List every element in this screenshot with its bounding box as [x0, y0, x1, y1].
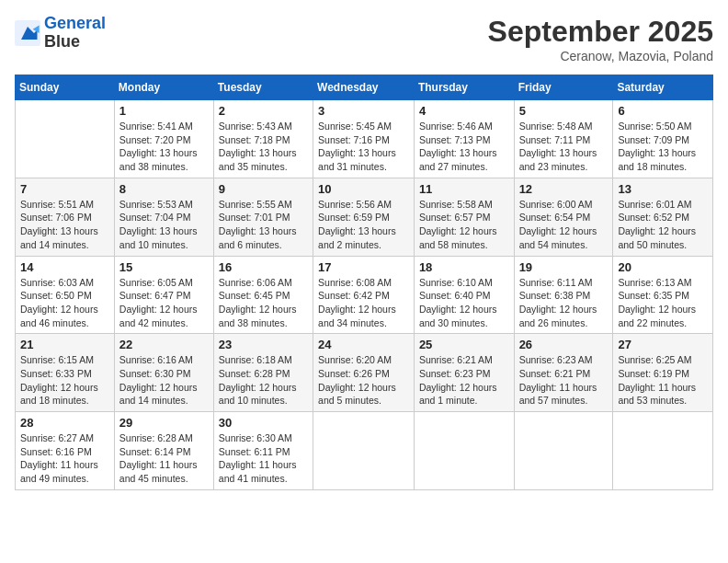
day-info: Sunrise: 5:51 AM Sunset: 7:06 PM Dayligh… [20, 198, 109, 252]
day-number: 19 [519, 260, 609, 274]
calendar-cell: 19Sunrise: 6:11 AM Sunset: 6:38 PM Dayli… [514, 256, 613, 334]
calendar-cell: 14Sunrise: 6:03 AM Sunset: 6:50 PM Dayli… [16, 256, 115, 334]
day-number: 1 [119, 104, 209, 118]
day-info: Sunrise: 6:27 AM Sunset: 6:16 PM Dayligh… [20, 431, 109, 486]
calendar-cell: 6Sunrise: 5:50 AM Sunset: 7:09 PM Daylig… [613, 100, 713, 178]
day-number: 10 [318, 182, 409, 196]
day-number: 28 [20, 416, 109, 430]
day-number: 5 [519, 104, 609, 118]
day-number: 30 [219, 416, 308, 430]
day-info: Sunrise: 6:30 AM Sunset: 6:11 PM Dayligh… [219, 431, 308, 486]
calendar-cell: 30Sunrise: 6:30 AM Sunset: 6:11 PM Dayli… [213, 412, 313, 490]
header-cell-friday: Friday [514, 75, 613, 100]
calendar-cell: 21Sunrise: 6:15 AM Sunset: 6:33 PM Dayli… [16, 334, 115, 412]
calendar-cell: 22Sunrise: 6:16 AM Sunset: 6:30 PM Dayli… [114, 334, 213, 412]
calendar-cell: 5Sunrise: 5:48 AM Sunset: 7:11 PM Daylig… [514, 100, 613, 178]
calendar-cell: 13Sunrise: 6:01 AM Sunset: 6:52 PM Dayli… [613, 178, 713, 256]
calendar-cell: 8Sunrise: 5:53 AM Sunset: 7:04 PM Daylig… [114, 178, 213, 256]
day-info: Sunrise: 5:45 AM Sunset: 7:16 PM Dayligh… [318, 120, 409, 174]
day-info: Sunrise: 5:48 AM Sunset: 7:11 PM Dayligh… [519, 120, 609, 174]
day-number: 14 [20, 260, 109, 274]
calendar-cell: 15Sunrise: 6:05 AM Sunset: 6:47 PM Dayli… [114, 256, 213, 334]
day-info: Sunrise: 6:15 AM Sunset: 6:33 PM Dayligh… [20, 353, 109, 408]
calendar-cell: 1Sunrise: 5:41 AM Sunset: 7:20 PM Daylig… [114, 100, 213, 178]
calendar-cell: 26Sunrise: 6:23 AM Sunset: 6:21 PM Dayli… [514, 334, 613, 412]
day-info: Sunrise: 5:58 AM Sunset: 6:57 PM Dayligh… [419, 198, 509, 252]
day-number: 2 [219, 104, 308, 118]
day-number: 21 [20, 338, 109, 351]
header-cell-sunday: Sunday [16, 75, 115, 100]
day-number: 4 [419, 104, 509, 118]
header-cell-monday: Monday [114, 75, 213, 100]
day-number: 23 [219, 338, 308, 351]
day-info: Sunrise: 6:11 AM Sunset: 6:38 PM Dayligh… [519, 276, 609, 330]
logo-line1: General [44, 14, 106, 32]
calendar-cell: 3Sunrise: 5:45 AM Sunset: 7:16 PM Daylig… [313, 100, 415, 178]
header-cell-saturday: Saturday [613, 75, 713, 100]
day-info: Sunrise: 5:43 AM Sunset: 7:18 PM Dayligh… [219, 120, 308, 174]
calendar-cell: 10Sunrise: 5:56 AM Sunset: 6:59 PM Dayli… [313, 178, 415, 256]
calendar-cell: 29Sunrise: 6:28 AM Sunset: 6:14 PM Dayli… [114, 412, 213, 490]
day-info: Sunrise: 6:20 AM Sunset: 6:26 PM Dayligh… [318, 353, 409, 408]
day-info: Sunrise: 5:56 AM Sunset: 6:59 PM Dayligh… [318, 198, 409, 252]
header-row: SundayMondayTuesdayWednesdayThursdayFrid… [16, 75, 713, 100]
header-cell-thursday: Thursday [414, 75, 514, 100]
calendar-cell: 4Sunrise: 5:46 AM Sunset: 7:13 PM Daylig… [414, 100, 514, 178]
day-number: 25 [419, 338, 509, 351]
day-info: Sunrise: 6:21 AM Sunset: 6:23 PM Dayligh… [419, 353, 509, 408]
day-number: 7 [20, 182, 109, 196]
day-number: 13 [618, 182, 708, 196]
calendar-cell [613, 412, 713, 490]
day-info: Sunrise: 5:55 AM Sunset: 7:01 PM Dayligh… [219, 198, 308, 252]
title-block: September 2025 Ceranow, Mazovia, Poland [488, 15, 713, 63]
calendar-cell: 7Sunrise: 5:51 AM Sunset: 7:06 PM Daylig… [16, 178, 115, 256]
day-info: Sunrise: 6:16 AM Sunset: 6:30 PM Dayligh… [119, 353, 209, 408]
day-info: Sunrise: 6:10 AM Sunset: 6:40 PM Dayligh… [419, 276, 509, 330]
page-header: General Blue September 2025 Ceranow, Maz… [15, 15, 713, 63]
day-number: 17 [318, 260, 409, 274]
calendar-cell: 24Sunrise: 6:20 AM Sunset: 6:26 PM Dayli… [313, 334, 415, 412]
day-number: 20 [618, 260, 708, 274]
day-number: 26 [519, 338, 609, 351]
calendar-cell: 18Sunrise: 6:10 AM Sunset: 6:40 PM Dayli… [414, 256, 514, 334]
calendar-week-5: 28Sunrise: 6:27 AM Sunset: 6:16 PM Dayli… [16, 412, 713, 490]
calendar-body: 1Sunrise: 5:41 AM Sunset: 7:20 PM Daylig… [16, 100, 713, 490]
calendar-cell: 17Sunrise: 6:08 AM Sunset: 6:42 PM Dayli… [313, 256, 415, 334]
header-cell-wednesday: Wednesday [313, 75, 415, 100]
calendar-cell [16, 100, 115, 178]
day-number: 3 [318, 104, 409, 118]
header-cell-tuesday: Tuesday [213, 75, 313, 100]
day-number: 8 [119, 182, 209, 196]
day-number: 6 [618, 104, 708, 118]
logo: General Blue [15, 15, 106, 52]
calendar-week-2: 7Sunrise: 5:51 AM Sunset: 7:06 PM Daylig… [16, 178, 713, 256]
calendar-header: SundayMondayTuesdayWednesdayThursdayFrid… [16, 75, 713, 100]
day-info: Sunrise: 6:13 AM Sunset: 6:35 PM Dayligh… [618, 276, 708, 330]
day-info: Sunrise: 6:08 AM Sunset: 6:42 PM Dayligh… [318, 276, 409, 330]
calendar-cell [313, 412, 415, 490]
day-info: Sunrise: 6:28 AM Sunset: 6:14 PM Dayligh… [119, 431, 209, 486]
calendar-cell [414, 412, 514, 490]
day-number: 27 [618, 338, 708, 351]
day-info: Sunrise: 6:03 AM Sunset: 6:50 PM Dayligh… [20, 276, 109, 330]
day-number: 18 [419, 260, 509, 274]
logo-text: General Blue [44, 15, 106, 52]
day-info: Sunrise: 5:50 AM Sunset: 7:09 PM Dayligh… [618, 120, 708, 174]
calendar-week-4: 21Sunrise: 6:15 AM Sunset: 6:33 PM Dayli… [16, 334, 713, 412]
month-title: September 2025 [488, 15, 713, 49]
calendar-cell: 9Sunrise: 5:55 AM Sunset: 7:01 PM Daylig… [213, 178, 313, 256]
calendar-cell: 23Sunrise: 6:18 AM Sunset: 6:28 PM Dayli… [213, 334, 313, 412]
calendar-cell: 16Sunrise: 6:06 AM Sunset: 6:45 PM Dayli… [213, 256, 313, 334]
calendar-week-1: 1Sunrise: 5:41 AM Sunset: 7:20 PM Daylig… [16, 100, 713, 178]
calendar-cell: 27Sunrise: 6:25 AM Sunset: 6:19 PM Dayli… [613, 334, 713, 412]
day-info: Sunrise: 6:00 AM Sunset: 6:54 PM Dayligh… [519, 198, 609, 252]
calendar-table: SundayMondayTuesdayWednesdayThursdayFrid… [15, 75, 713, 490]
day-number: 16 [219, 260, 308, 274]
calendar-week-3: 14Sunrise: 6:03 AM Sunset: 6:50 PM Dayli… [16, 256, 713, 334]
day-number: 29 [119, 416, 209, 430]
day-info: Sunrise: 6:05 AM Sunset: 6:47 PM Dayligh… [119, 276, 209, 330]
day-number: 11 [419, 182, 509, 196]
day-number: 15 [119, 260, 209, 274]
day-info: Sunrise: 6:18 AM Sunset: 6:28 PM Dayligh… [219, 353, 308, 408]
day-info: Sunrise: 6:06 AM Sunset: 6:45 PM Dayligh… [219, 276, 308, 330]
